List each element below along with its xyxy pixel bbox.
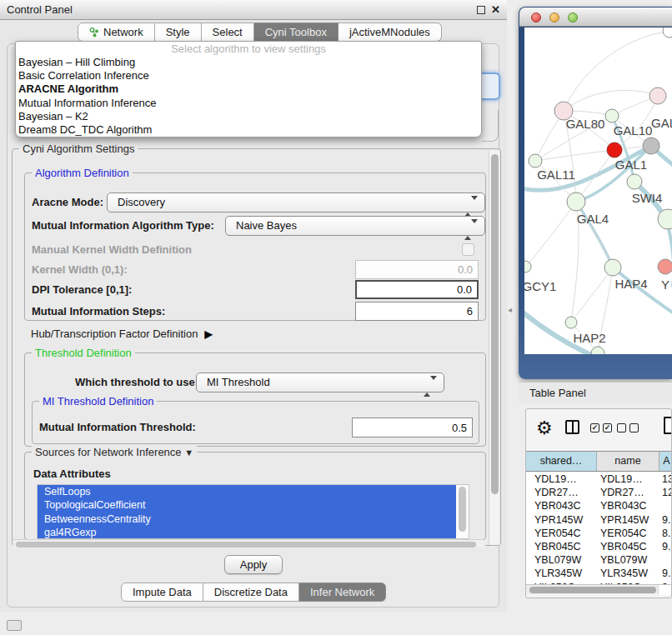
network-canvas[interactable]: GALGAL80GAL10GAL1GAL11SWI4GAL4GCY1HAP4YH… [524, 28, 672, 354]
deselect-all-checkbox-icon[interactable] [617, 423, 626, 432]
scrollbar-thumb[interactable] [459, 487, 466, 532]
table-row[interactable]: YBL079WYBL079W [526, 553, 671, 567]
node-gcy1[interactable] [524, 261, 531, 272]
kernel-width-input[interactable] [355, 260, 479, 279]
table-row[interactable]: YDR27…YDR27…12 [526, 486, 671, 499]
table-row[interactable]: YER054CYER054C8. [526, 527, 671, 540]
settings-vertical-scrollbar[interactable] [489, 151, 499, 545]
node-gal1[interactable] [607, 142, 622, 158]
node-gray[interactable] [643, 138, 659, 154]
mi-threshold-input[interactable] [352, 418, 473, 438]
node-hap2-label: HAP2 [573, 331, 605, 345]
mi-type-value: Naive Bayes [236, 219, 297, 232]
document-icon[interactable] [664, 417, 672, 434]
node-swi4[interactable] [627, 174, 642, 189]
table-row[interactable]: YBR043CYBR043C [526, 499, 671, 512]
tab-style[interactable]: Style [155, 22, 202, 42]
table-cell: YDL19… [526, 472, 597, 486]
stepper-arrows-icon [464, 198, 478, 216]
tab-select[interactable]: Select [202, 22, 254, 42]
splitter-collapse-arrow[interactable]: ◂ [508, 305, 512, 314]
column-layout-icon[interactable] [565, 420, 579, 434]
apply-button[interactable]: Apply [224, 555, 283, 574]
table-row[interactable]: YLR345WYLR345W9. [526, 567, 671, 580]
data-attribute-item[interactable]: BetweennessCentrality [38, 512, 456, 526]
algorithm-option[interactable]: Bayesian – K2 [16, 110, 481, 123]
close-icon[interactable]: ✕ [491, 0, 500, 20]
cyni-algorithm-settings-group: Cyni Algorithm Settings Algorithm Defini… [12, 148, 501, 546]
tab-impute-data[interactable]: Impute Data [121, 582, 203, 602]
network-window-titlebar[interactable] [519, 8, 672, 27]
network-view-window: GALGAL80GAL10GAL1GAL11SWI4GAL4GCY1HAP4YH… [519, 7, 672, 379]
scrollbar-thumb[interactable] [16, 542, 476, 548]
algorithm-option[interactable]: ARACNE Algorithm [16, 82, 481, 96]
node-partial-top[interactable] [663, 28, 672, 38]
algorithm-option[interactable]: Basic Correlation Inference [16, 69, 481, 82]
tab-jactivemnodules[interactable]: jActiveMNodules [339, 22, 442, 42]
threshold-definition-group: Threshold Definition Which threshold to … [24, 352, 486, 447]
which-threshold-select[interactable]: MI Threshold [196, 372, 444, 392]
table-cell: YER054C [526, 527, 597, 540]
sources-group-title: Sources for Network Inference ▼ [32, 446, 197, 459]
chevron-down-icon[interactable]: ▼ [184, 448, 193, 458]
data-attribute-item[interactable]: gal4RGexp [38, 526, 456, 539]
algorithm-definition-title: Algorithm Definition [32, 167, 133, 179]
column-header-shared-name[interactable]: shared… [526, 452, 597, 471]
table-horizontal-scrollbar[interactable] [526, 584, 671, 594]
mi-algorithm-type-select[interactable]: Naive Bayes [225, 216, 485, 236]
node-gal-right[interactable] [649, 88, 666, 104]
node-gal11[interactable] [529, 154, 542, 168]
table-toolbar: ⚙ ✓ ✓ [526, 409, 671, 451]
collapsed-panel-icon[interactable] [7, 620, 22, 631]
algorithm-selector-fragment[interactable] [481, 72, 500, 100]
manual-kernel-checkbox[interactable] [462, 243, 474, 256]
scrollbar-corner [658, 585, 671, 595]
node-gal10[interactable] [605, 109, 619, 122]
column-header-name[interactable]: name [597, 452, 659, 471]
minimize-traffic-light[interactable] [549, 12, 559, 22]
data-attributes-list[interactable]: SelfLoopsTopologicalCoefficientBetweenne… [37, 484, 469, 539]
hub-tf-definition-section[interactable]: Hub/Transcription Factor Definition▶ [31, 328, 213, 340]
scrollbar-thumb[interactable] [491, 154, 499, 494]
node-hap4[interactable] [604, 259, 621, 276]
aracne-mode-value: Discovery [118, 196, 165, 208]
node-salmon[interactable] [658, 259, 672, 274]
select-all-checkbox-icon[interactable]: ✓ [590, 423, 599, 432]
tab-network[interactable]: Network [78, 22, 155, 42]
deselect-all-checkbox-icon[interactable] [629, 423, 639, 432]
node-gal-right-label: GAL [651, 116, 672, 130]
mi-type-label: Mutual Information Algorithm Type: [32, 216, 214, 236]
tab-infer-network[interactable]: Infer Network [299, 582, 386, 602]
settings-horizontal-scrollbar[interactable] [13, 539, 485, 548]
table-row[interactable]: YPR145WYPR145W9. [526, 513, 671, 527]
close-traffic-light[interactable] [531, 12, 541, 22]
gear-icon[interactable]: ⚙ [536, 417, 553, 440]
float-window-icon[interactable] [477, 6, 485, 14]
chevron-right-icon[interactable]: ▶ [204, 328, 212, 340]
select-all-checkbox-icon[interactable]: ✓ [603, 423, 612, 432]
algorithm-option[interactable]: Bayesian – Hill Climbing [16, 56, 481, 69]
aracne-mode-select[interactable]: Discovery [107, 192, 485, 212]
zoom-traffic-light[interactable] [568, 12, 578, 22]
table-row[interactable]: YBR045CYBR045C9. [526, 540, 671, 553]
node-hap2[interactable] [565, 317, 577, 328]
tab-discretize-data[interactable]: Discretize Data [203, 582, 299, 602]
algorithm-option[interactable]: Mutual Information Inference [16, 97, 481, 110]
table-rows: YDL19…YDL19…13YDR27…YDR27…12YBR043CYBR04… [526, 472, 671, 584]
tab-cyni-toolbox[interactable]: Cyni Toolbox [254, 22, 339, 42]
algorithm-option[interactable]: Dream8 DC_TDC Algorithm [16, 123, 481, 137]
data-attribute-item[interactable]: TopologicalCoefficient [38, 498, 456, 512]
mi-steps-input[interactable] [355, 302, 479, 321]
data-attribute-item[interactable]: SelfLoops [38, 485, 456, 498]
node-gal4[interactable] [567, 192, 585, 211]
table-row[interactable]: YDL19…YDL19…13 [526, 472, 671, 486]
control-panel-tabbar: Network Style Select Cyni Toolbox jActiv… [0, 20, 507, 43]
list-scrollbar[interactable] [456, 485, 469, 538]
control-panel-title: Control Panel [7, 0, 73, 20]
column-header-partial[interactable]: A [659, 452, 671, 471]
dpi-tolerance-input[interactable] [355, 280, 479, 299]
sources-title-text: Sources for Network Inference [35, 446, 182, 458]
mi-threshold-group-title: MI Threshold Definition [39, 395, 157, 408]
scrollbar-thumb[interactable] [529, 587, 656, 593]
table-cell: YBR043C [526, 499, 597, 512]
